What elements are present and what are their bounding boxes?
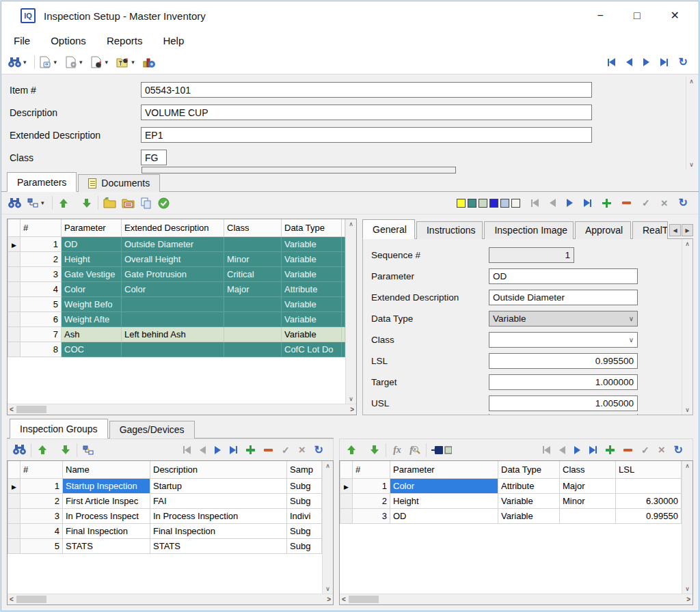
add-row-icon[interactable] [606, 445, 615, 454]
refresh-icon[interactable]: ↻ [679, 197, 688, 208]
search-icon[interactable] [8, 57, 21, 68]
uom-field[interactable] [489, 414, 638, 415]
nav-first-icon[interactable] [608, 58, 615, 66]
col-parameter[interactable]: Parameter [390, 461, 498, 479]
table-row[interactable]: 4 Final Inspection Final Inspection Subg [8, 524, 322, 539]
col-class[interactable]: Class [560, 461, 616, 479]
nav-first-icon[interactable] [543, 446, 550, 454]
post-edit-icon[interactable]: ✓ [642, 197, 650, 208]
delete-row-icon[interactable] [623, 449, 632, 451]
scrollbar-thumb[interactable] [349, 596, 379, 603]
report-run-icon[interactable] [91, 56, 103, 68]
chart-settings-icon[interactable] [143, 56, 156, 68]
legend-teal-swatch[interactable] [468, 199, 476, 208]
scroll-left-icon[interactable]: < [342, 596, 346, 603]
parameters-grid-hscrollbar[interactable]: < > [8, 404, 356, 415]
hierarchy-dropdown-icon[interactable]: ▾ [41, 199, 44, 206]
menu-file[interactable]: File [14, 35, 30, 46]
nav-last-icon[interactable] [660, 58, 668, 66]
report-preview-dropdown-icon[interactable]: ▾ [54, 59, 57, 66]
close-button[interactable]: ✕ [671, 10, 679, 21]
scroll-left-icon[interactable]: < [10, 406, 14, 413]
approve-check-icon[interactable] [158, 197, 170, 209]
search-icon[interactable] [8, 198, 21, 208]
table-row[interactable]: 5 STATS STATS Subg [8, 539, 322, 554]
scrollbar-thumb[interactable] [16, 406, 46, 413]
filter-folder-dropdown-icon[interactable]: ▾ [131, 59, 135, 66]
menu-reports[interactable]: Reports [107, 35, 143, 46]
scroll-right-icon[interactable]: > [327, 596, 331, 603]
cancel-edit-icon[interactable]: × [661, 197, 668, 209]
minimize-button[interactable]: − [597, 10, 604, 21]
col-extended-description[interactable]: Extended Description [122, 219, 224, 237]
copy-icon[interactable] [140, 197, 152, 209]
col-lsl[interactable]: LSL [616, 461, 682, 479]
groups-grid-vscrollbar[interactable]: ∧ ∨ [322, 461, 333, 594]
nav-prev-icon[interactable] [626, 58, 632, 66]
cancel-edit-icon[interactable]: × [658, 444, 665, 456]
tab-general[interactable]: General [362, 219, 415, 239]
scroll-down-icon[interactable]: ∨ [682, 585, 692, 593]
nav-last-icon[interactable] [589, 446, 597, 454]
hierarchy-icon[interactable] [82, 445, 94, 455]
lsl-field[interactable] [489, 353, 638, 369]
tab-scroll-left-icon[interactable]: ◀ [669, 224, 681, 236]
nav-prev-icon[interactable] [559, 446, 565, 454]
cancel-edit-icon[interactable]: × [299, 444, 306, 456]
nav-prev-icon[interactable] [200, 446, 206, 454]
scroll-up-icon[interactable]: ∧ [686, 77, 697, 85]
description-field[interactable] [141, 105, 592, 120]
col-data-type[interactable]: Data Type [498, 461, 560, 479]
nav-next-icon[interactable] [215, 446, 221, 454]
scroll-left-icon[interactable]: < [10, 596, 14, 603]
group-parameters-vscrollbar[interactable]: ∧ ∨ [682, 461, 692, 594]
tab-approval[interactable]: Approval [575, 221, 631, 239]
usl-field[interactable] [489, 395, 638, 411]
form-vertical-scrollbar[interactable]: ∧ ∨ [686, 76, 697, 169]
nav-next-icon[interactable] [643, 58, 649, 66]
tab-instructions[interactable]: Instructions [416, 221, 483, 239]
scroll-up-icon[interactable]: ∧ [682, 462, 692, 470]
formula-icon[interactable]: fx [391, 445, 403, 456]
search-dropdown-icon[interactable]: ▾ [23, 59, 27, 66]
legend-white-swatch[interactable] [511, 199, 520, 208]
scroll-down-icon[interactable]: ∨ [682, 406, 692, 414]
parameters-grid-vscrollbar[interactable]: ∧ ∨ [345, 219, 356, 404]
nav-last-icon[interactable] [584, 199, 591, 207]
assign-parameters-icon[interactable] [431, 445, 452, 456]
report-settings-dropdown-icon[interactable]: ▾ [79, 59, 83, 66]
search-icon[interactable] [13, 445, 26, 455]
scroll-down-icon[interactable]: ∨ [686, 161, 697, 169]
col-description[interactable]: Description [150, 461, 287, 479]
scroll-down-icon[interactable]: ∨ [346, 395, 356, 403]
class-dropdown[interactable]: ∨ [489, 332, 638, 348]
edit-group-folder-icon[interactable] [122, 197, 135, 208]
col-num[interactable]: # [353, 461, 390, 479]
extended-description-field[interactable] [489, 290, 638, 305]
legend-lightblue-swatch[interactable] [500, 199, 509, 208]
menu-help[interactable]: Help [163, 35, 184, 46]
add-group-folder-icon[interactable] [103, 197, 116, 208]
maximize-button[interactable]: □ [634, 10, 641, 21]
nav-next-icon[interactable] [567, 199, 573, 207]
table-row[interactable]: ▶ 1 Startup Inspection Startup Subg [8, 479, 322, 494]
table-row[interactable]: 5 Weight Befo Variable [8, 297, 345, 312]
table-row[interactable]: 3 In Process Inspect In Process Inspecti… [8, 509, 322, 524]
table-row[interactable]: 3 OD Variable 0.99550 [340, 509, 682, 524]
col-sample[interactable]: Samp [287, 461, 322, 479]
tab-inspection-image[interactable]: Inspection Image [484, 221, 573, 239]
nav-last-icon[interactable] [230, 446, 237, 454]
scroll-up-icon[interactable]: ∧ [346, 220, 356, 228]
report-settings-icon[interactable] [65, 56, 77, 68]
detail-vscrollbar[interactable]: ∧ ∨ [682, 239, 692, 415]
col-class[interactable]: Class [224, 219, 282, 237]
post-edit-icon[interactable]: ✓ [641, 445, 649, 456]
nav-first-icon[interactable] [183, 446, 191, 454]
target-field[interactable] [489, 374, 638, 390]
class-field[interactable] [141, 150, 167, 165]
parameter-field[interactable] [489, 268, 638, 284]
extended-description-field[interactable] [141, 127, 592, 143]
refresh-icon[interactable]: ↻ [674, 445, 683, 456]
data-type-dropdown[interactable]: Variable∨ [489, 311, 638, 326]
menu-options[interactable]: Options [51, 35, 86, 46]
